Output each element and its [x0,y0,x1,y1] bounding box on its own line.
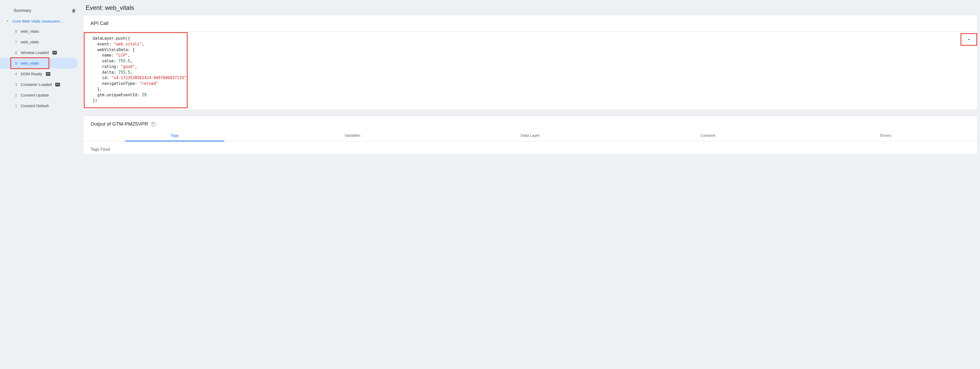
sidebar-event-item[interactable]: 3Container Loaded<> [0,79,78,90]
tab-data-layer[interactable]: Data Layer [441,129,619,141]
event-label: Consent Default [21,103,49,108]
event-number: 6 [13,50,17,55]
sidebar-event-item[interactable]: 6Window Loaded<> [0,47,78,58]
group-header[interactable]: Core Web Vitals measurem… [0,16,83,26]
group-label: Core Web Vitals measurem… [13,19,77,23]
event-label: web_vitals [21,29,39,33]
event-label: Container Loaded [21,82,52,87]
main: Event: web_vitals API Call dataLayer.pus… [83,0,980,369]
event-number: 3 [13,82,17,87]
sidebar-event-item[interactable]: 7web_vitals [0,37,78,47]
page-title: Event: web_vitals [83,2,977,15]
tab-errors[interactable]: Errors [797,129,975,141]
api-call-body: dataLayer.push({ event: "web_vitals", we… [83,32,977,110]
sidebar-event-item[interactable]: 4DOM Ready<> [0,68,78,79]
code-chip-icon: <> [46,72,51,76]
event-label: web_vitals [21,40,39,44]
sidebar-event-item[interactable]: 5web_vitals [0,58,78,68]
clear-icon[interactable] [71,8,77,13]
tab-consent[interactable]: Consent [619,129,797,141]
output-card: Output of GTM-PMZ5VPR ? TagsVariablesDat… [83,116,977,155]
chevron-up-icon [966,37,972,42]
event-label: Window Loaded [21,50,49,55]
code-chip-icon: <> [55,83,60,86]
event-number: 2 [13,93,17,97]
summary-label: Summary [13,8,31,13]
event-label: web_vitals [21,61,39,65]
api-call-card: API Call dataLayer.push({ event: "web_vi… [83,15,977,110]
output-title: Output of GTM-PMZ5VPR [91,121,148,127]
event-number: 7 [13,40,17,44]
tab-tags[interactable]: Tags [86,129,264,141]
tab-variables[interactable]: Variables [264,129,441,141]
code-chip-icon: <> [52,51,57,54]
summary-header[interactable]: Summary [0,5,83,16]
api-call-header: API Call [83,15,977,32]
output-header: Output of GTM-PMZ5VPR ? [83,116,977,129]
sidebar-event-item[interactable]: 2Consent Update [0,90,78,100]
sidebar-event-item[interactable]: 1Consent Default [0,100,78,111]
tabs: TagsVariablesData LayerConsentErrors [83,129,977,142]
event-label: DOM Ready [21,72,42,76]
event-number: 5 [13,61,17,65]
event-number: 1 [13,103,17,108]
sidebar-event-item[interactable]: 8web_vitals [0,26,78,37]
sidebar: Summary Core Web Vitals measurem… 8web_v… [0,0,83,369]
collapse-button[interactable] [964,35,974,44]
tags-fired-label: Tags Fired [83,142,977,154]
event-number: 4 [13,72,17,76]
chevron-down-icon [5,19,10,23]
help-icon[interactable]: ? [151,122,156,126]
event-label: Consent Update [21,93,49,97]
code-block: dataLayer.push({ event: "web_vitals", we… [91,34,970,105]
event-list: 8web_vitals7web_vitals6Window Loaded<>5w… [0,26,83,111]
event-number: 8 [13,29,17,33]
